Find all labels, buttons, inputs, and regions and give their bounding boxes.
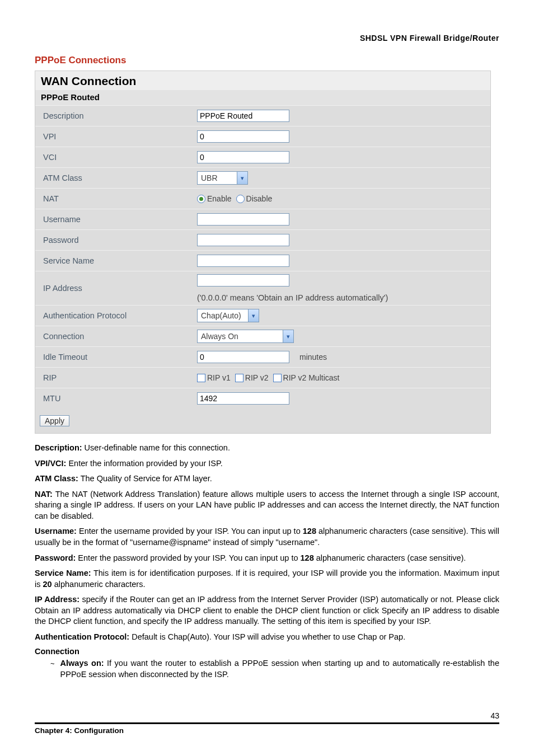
footer-rule — [35, 722, 499, 724]
p-vpivci-t: Enter the information provided by your I… — [66, 459, 222, 468]
checkbox-icon — [273, 374, 282, 382]
idle-timeout-input[interactable] — [197, 351, 289, 363]
p-user-t1: Enter the username provided by your ISP.… — [77, 527, 303, 536]
section-title: PPPoE Connections — [35, 55, 499, 66]
p-pass-n: 128 — [301, 553, 314, 562]
ip-address-input[interactable] — [197, 274, 289, 287]
label-auth-protocol: Authentication Protocol — [40, 311, 197, 320]
p-auth-t: Default is Chap(Auto). Your ISP will adv… — [129, 632, 405, 641]
checkbox-icon — [235, 374, 243, 382]
footer-chapter: Chapter 4: Configuration — [35, 726, 499, 735]
rip-v2-checkbox[interactable]: RIP v2 — [235, 373, 269, 382]
bullet-icon: ~ — [50, 658, 55, 680]
p-ip-b: IP Address: — [35, 595, 79, 604]
label-service-name: Service Name — [40, 256, 197, 265]
atm-class-select[interactable]: UBR ▾ — [197, 171, 248, 185]
panel-title: WAN Connection — [35, 71, 490, 90]
mtu-input[interactable] — [197, 392, 289, 405]
label-vpi: VPI — [40, 132, 197, 141]
ip-address-help: ('0.0.0.0' means 'Obtain an IP address a… — [197, 293, 388, 302]
label-rip: RIP — [40, 373, 197, 382]
p-pass-t1: Enter the password provided by your ISP.… — [76, 553, 300, 562]
p-svc-t2: alphanumeric characters. — [52, 580, 146, 589]
p-atm-b: ATM Class: — [35, 474, 78, 483]
nat-disable-label: Disable — [246, 194, 273, 203]
vci-input[interactable] — [197, 151, 289, 163]
checkbox-icon — [197, 374, 205, 382]
connection-selected: Always On — [198, 330, 283, 342]
label-atm-class: ATM Class — [40, 173, 197, 182]
apply-button[interactable]: Apply — [40, 415, 69, 426]
label-description: Description — [40, 111, 197, 120]
nat-enable-label: Enable — [207, 194, 232, 203]
p-nat-b: NAT: — [35, 490, 53, 499]
connection-select[interactable]: Always On ▾ — [197, 330, 294, 343]
panel-subtitle: PPPoE Routed — [35, 90, 490, 105]
p-svc-n: 20 — [43, 580, 52, 589]
label-mtu: MTU — [40, 394, 197, 403]
p-user-n: 128 — [303, 527, 316, 536]
rip-v2-multicast-label: RIP v2 Multicast — [283, 373, 340, 382]
username-input[interactable] — [197, 213, 289, 226]
rip-v1-label: RIP v1 — [207, 373, 231, 382]
p-description-b: Description: — [35, 443, 82, 452]
vpi-input[interactable] — [197, 130, 289, 143]
description-input[interactable] — [197, 110, 289, 122]
label-username: Username — [40, 215, 197, 224]
label-vci: VCI — [40, 153, 197, 162]
nat-disable-radio[interactable]: Disable — [236, 194, 273, 203]
p-description-t: User-definable name for this connection. — [82, 443, 230, 452]
password-input[interactable] — [197, 234, 289, 246]
label-connection: Connection — [40, 332, 197, 341]
p-atm-t: The Quality of Service for ATM layer. — [78, 474, 212, 483]
description-body: Description: User-definable name for thi… — [35, 443, 499, 680]
bullet-always-on-b: Always on: — [60, 659, 104, 668]
doc-header-right: SHDSL VPN Firewall Bridge/Router — [35, 34, 499, 43]
service-name-input[interactable] — [197, 255, 289, 267]
radio-selected-icon — [197, 195, 205, 203]
auth-protocol-selected: Chap(Auto) — [198, 309, 248, 322]
label-nat: NAT — [40, 194, 197, 203]
connection-heading: Connection — [35, 647, 499, 656]
p-pass-t2: alphanumeric characters (case sensitive)… — [314, 553, 466, 562]
rip-v2-multicast-checkbox[interactable]: RIP v2 Multicast — [273, 373, 340, 382]
page-footer: 43 Chapter 4: Configuration — [35, 711, 499, 735]
chevron-down-icon: ▾ — [283, 330, 293, 342]
radio-icon — [236, 195, 245, 203]
idle-timeout-unit: minutes — [299, 353, 327, 361]
bullet-always-on-t: If you want the router to establish a PP… — [60, 659, 499, 679]
nat-enable-radio[interactable]: Enable — [197, 194, 232, 203]
p-user-b: Username: — [35, 527, 77, 536]
label-password: Password — [40, 236, 197, 245]
label-idle-timeout: Idle Timeout — [40, 353, 197, 361]
p-nat-t: The NAT (Network Address Translation) fe… — [35, 490, 499, 520]
atm-class-selected: UBR — [198, 172, 237, 184]
rip-v2-label: RIP v2 — [245, 373, 269, 382]
p-pass-b: Password: — [35, 553, 76, 562]
rip-v1-checkbox[interactable]: RIP v1 — [197, 373, 231, 382]
page-number: 43 — [35, 711, 499, 720]
p-vpivci-b: VPI/VCI: — [35, 459, 66, 468]
label-ip-address: IP Address — [40, 284, 197, 293]
wan-connection-panel: WAN Connection PPPoE Routed Description … — [35, 71, 491, 434]
p-ip-t: specify if the Router can get an IP addr… — [35, 595, 499, 626]
chevron-down-icon: ▾ — [237, 172, 247, 184]
p-auth-b: Authentication Protocol: — [35, 632, 129, 641]
p-svc-b: Service Name: — [35, 569, 91, 577]
auth-protocol-select[interactable]: Chap(Auto) ▾ — [197, 309, 259, 322]
chevron-down-icon: ▾ — [248, 309, 259, 322]
